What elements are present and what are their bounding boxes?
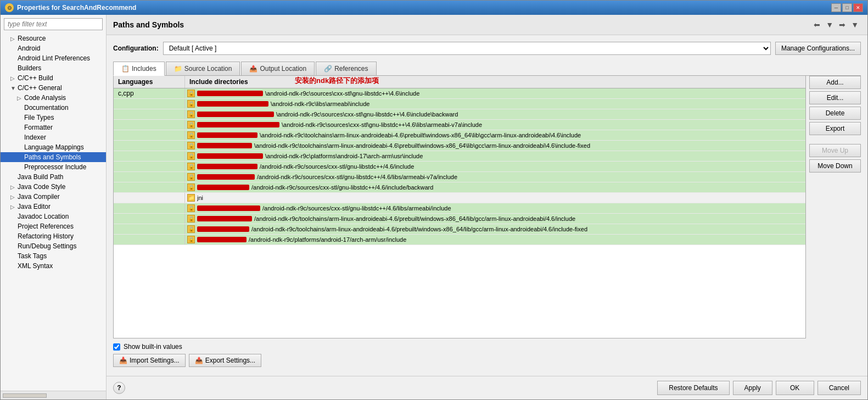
cell-dir: 🔒 \android-ndk-r9c\libs\armeabi\include [185, 99, 805, 109]
ok-button[interactable]: OK [776, 381, 814, 395]
sidebar-item-documentation[interactable]: Documentation [1, 103, 106, 113]
tab-output-location[interactable]: 📤 Output Location [241, 62, 315, 75]
sidebar-item-resource[interactable]: ▷ Resource [1, 34, 106, 43]
sidebar-item-refactoring-history[interactable]: Refactoring History [1, 231, 106, 241]
table-row[interactable]: 🔒 /android-ndk-r9c/sources/cxx-stl/gnu-l… [114, 203, 805, 214]
cell-dir: 📁 jni [185, 193, 805, 203]
table-inner[interactable]: Languages Include directories 安装的ndk路径下的… [114, 76, 805, 338]
table-row[interactable]: 🔒 \android-ndk-r9c\toolchains\arm-linux-… [114, 141, 805, 151]
sidebar-item-android[interactable]: Android [1, 43, 106, 53]
sidebar-item-builders[interactable]: Builders [1, 63, 106, 73]
table-row[interactable]: 🔒 /android-ndk-r9c/toolchains/arm-linux-… [114, 214, 805, 224]
forward-icon[interactable]: ➡ [837, 19, 848, 30]
sidebar-item-cpp-build[interactable]: ▷ C/C++ Build [1, 73, 106, 83]
sidebar-item-language-mappings[interactable]: Language Mappings [1, 142, 106, 152]
edit-button[interactable]: Edit... [809, 91, 861, 104]
sidebar-item-project-references[interactable]: Project References [1, 221, 106, 231]
add-button[interactable]: Add... [809, 76, 861, 89]
sidebar-item-code-analysis[interactable]: ▷ Code Analysis [1, 93, 106, 103]
sidebar-item-label: Documentation [24, 104, 69, 112]
horizontal-scrollbar[interactable] [3, 393, 47, 398]
sidebar-item-label: Formatter [24, 124, 53, 131]
cell-dir: 🔒 /android-ndk-r9c/toolchains/arm-linux-… [185, 214, 805, 224]
sidebar-item-javadoc-location[interactable]: Javadoc Location [1, 212, 106, 221]
dir-icon: 🔒 [187, 110, 195, 118]
sidebar-item-label: Builders [18, 64, 41, 72]
show-builtin-checkbox[interactable] [113, 343, 120, 351]
table-row[interactable]: 🔒 \android-ndk-r9c\sources\cxx-stl\gnu-l… [114, 120, 805, 130]
cancel-button[interactable]: Cancel [817, 381, 861, 395]
cell-lang [114, 162, 185, 171]
sidebar-item-java-editor[interactable]: ▷ Java Editor [1, 202, 106, 212]
help-button[interactable]: ? [113, 382, 125, 394]
table-row[interactable]: 🔒 /android-ndk-r9c/platforms/android-17/… [114, 235, 805, 245]
window-icon: ⚙ [5, 3, 14, 12]
export-icon: 📤 [195, 357, 203, 364]
sidebar: ▷ Resource Android Android Lint Preferen… [1, 15, 107, 399]
sidebar-item-android-lint[interactable]: Android Lint Preferences [1, 53, 106, 63]
nav-dropdown2-icon[interactable]: ▼ [849, 19, 861, 30]
cell-dir: 🔒 /android-ndk-r9c/toolchains/arm-linux-… [185, 224, 805, 234]
tab-references-label: References [334, 65, 368, 73]
cell-lang [114, 99, 185, 109]
sidebar-item-formatter[interactable]: Formatter [1, 123, 106, 132]
cell-dir: 🔒 /android-ndk-r9c/sources/cxx-stl/gnu-l… [185, 182, 805, 192]
sidebar-item-label: Refactoring History [18, 232, 74, 240]
move-up-button[interactable]: Move Up [809, 144, 861, 157]
sidebar-item-preprocessor[interactable]: Preprocessor Include [1, 162, 106, 172]
sidebar-item-file-types[interactable]: File Types [1, 113, 106, 123]
config-select[interactable]: Default [ Active ] [163, 42, 771, 55]
tab-source-location[interactable]: 📁 Source Location [166, 62, 240, 75]
sidebar-item-paths-and-symbols[interactable]: Paths and Symbols [1, 152, 106, 162]
table-row[interactable]: c,cpp 🔒 \android-ndk-r9c\sources\cxx-stl… [114, 88, 805, 99]
redacted-path [197, 174, 255, 180]
includes-table: Languages Include directories 安装的ndk路径下的… [113, 76, 806, 338]
table-row[interactable]: 🔒 \android-ndk-r9c\platforms\android-17\… [114, 151, 805, 162]
table-row[interactable]: 🔒 /android-ndk-r9c/sources/cxx-stl/gnu-l… [114, 172, 805, 182]
redacted-path [197, 101, 268, 107]
table-row[interactable]: 🔒 \android-ndk-r9c\sources\cxx-stl\gnu-l… [114, 109, 805, 120]
dir-icon: 🔒 [187, 215, 195, 223]
export-button[interactable]: Export [809, 122, 861, 135]
sidebar-item-java-code-style[interactable]: ▷ Java Code Style [1, 182, 106, 192]
minimize-button[interactable]: ─ [831, 3, 841, 12]
restore-defaults-button[interactable]: Restore Defaults [657, 381, 729, 395]
export-settings-button[interactable]: 📤 Export Settings... [189, 354, 261, 367]
redacted-path [197, 122, 279, 127]
close-button[interactable]: ✕ [853, 3, 863, 12]
maximize-button[interactable]: □ [842, 3, 852, 12]
table-row[interactable]: 🔒 \android-ndk-r9c\toolchains\arm-linux-… [114, 130, 805, 141]
cell-dir: 🔒 /android-ndk-r9c/platforms/android-17/… [185, 235, 805, 245]
nav-dropdown-icon[interactable]: ▼ [824, 19, 836, 30]
sidebar-item-indexer[interactable]: Indexer [1, 132, 106, 142]
back-icon[interactable]: ⬅ [811, 19, 822, 30]
tab-references[interactable]: 🔗 References [316, 62, 376, 75]
sidebar-item-task-tags[interactable]: Task Tags [1, 251, 106, 261]
dir-icon: 🔒 [187, 184, 195, 191]
sidebar-item-java-build-path[interactable]: Java Build Path [1, 172, 106, 182]
manage-configurations-button[interactable]: Manage Configurations... [775, 42, 861, 55]
sidebar-item-label: Resource [18, 35, 46, 42]
sidebar-item-run-debug[interactable]: Run/Debug Settings [1, 241, 106, 251]
table-row[interactable]: 📁 jni [114, 193, 805, 203]
table-row[interactable]: 🔒 /android-ndk-r9c/sources/cxx-stl/gnu-l… [114, 162, 805, 172]
sidebar-item-label: Javadoc Location [18, 213, 69, 220]
dir-icon: 📁 [187, 194, 195, 202]
sidebar-item-java-compiler[interactable]: ▷ Java Compiler [1, 192, 106, 202]
delete-button[interactable]: Delete [809, 107, 861, 120]
search-input[interactable] [4, 18, 103, 30]
import-settings-button[interactable]: 📥 Import Settings... [113, 354, 186, 367]
move-down-button[interactable]: Move Down [809, 159, 861, 173]
tab-includes[interactable]: 📋 Includes [113, 62, 165, 76]
sidebar-item-label: Java Code Style [18, 183, 65, 191]
main-window: ⚙ Properties for SearchAndRecommend ─ □ … [0, 0, 868, 400]
sidebar-item-xml-syntax[interactable]: XML Syntax [1, 261, 106, 271]
sidebar-item-cpp-general[interactable]: ▼ C/C++ General [1, 83, 106, 93]
sidebar-item-label: Paths and Symbols [24, 153, 81, 161]
dir-text: /android-ndk-r9c/platforms/android-17/ar… [249, 236, 406, 243]
table-row[interactable]: 🔒 \android-ndk-r9c\libs\armeabi\include [114, 99, 805, 109]
table-row[interactable]: 🔒 /android-ndk-r9c/sources/cxx-stl/gnu-l… [114, 182, 805, 193]
apply-button[interactable]: Apply [733, 381, 772, 395]
table-row[interactable]: 🔒 /android-ndk-r9c/toolchains/arm-linux-… [114, 224, 805, 235]
col-dir-header: Include directories 安装的ndk路径下的添加项 [185, 76, 805, 88]
